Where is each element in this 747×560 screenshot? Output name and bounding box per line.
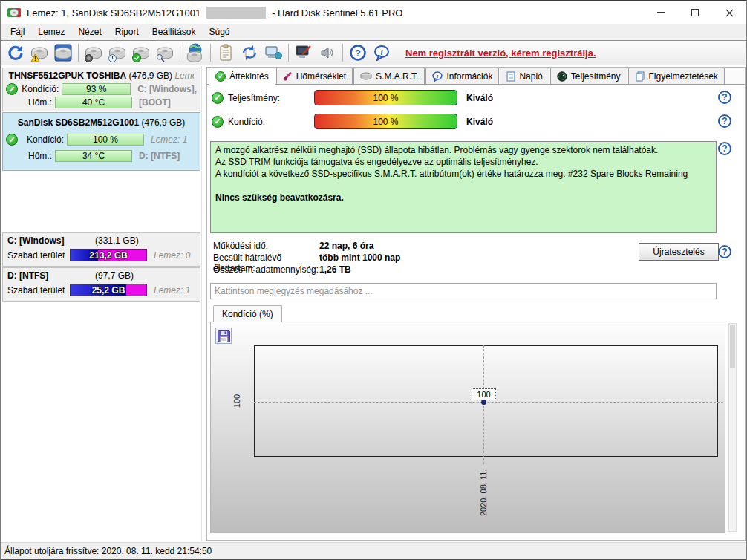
chart-scrollbar[interactable] [728,323,737,532]
desktop-display-button[interactable] [293,42,315,63]
tab-log[interactable]: Napló [500,68,549,84]
tab-label: Napló [519,71,542,82]
gauge-icon [557,71,567,82]
tab-alerts[interactable]: Figyelmeztetések [628,68,725,84]
menu-bar: Fájl Lemez Nézet Riport Beállítások Súgó [1,24,746,40]
status-line: Az SSD TRIM funkciója támogatva és enged… [215,156,711,168]
network-disk-button[interactable] [184,42,206,63]
disk-card-toshiba[interactable]: THNSF5512GPUK TOSHIBA (476,9 GB) Lemez: … [2,68,200,111]
disk-name: THNSF5512GPUK TOSHIBA [9,71,126,81]
disk-size: (476,9 GB) [128,71,172,81]
comment-input[interactable] [210,283,717,299]
performance-help-icon[interactable]: ? [718,91,731,104]
disk-gauge-button[interactable] [82,42,105,63]
tab-label: Áttekintés [229,71,269,82]
partition-header: D: [NTFS] (97,7 GB) [3,268,200,282]
scrollbar-thumb[interactable] [730,325,735,368]
partition-ref: C: [Windows], [137,84,197,94]
disk-number-ref: Lemez: 1 [154,285,197,296]
tab-label: Teljesítmény [571,71,621,82]
status-line: A kondíciót a következő SSD-specifikus S… [215,168,711,180]
disk-search-button[interactable] [154,42,176,63]
status-ok-icon: ✓ [212,116,224,128]
info-button[interactable]: i [371,42,393,63]
window-title-app: - Hard Disk Sentinel 5.61 PRO [272,7,402,19]
report-icon [218,44,234,62]
register-notice-link[interactable]: Nem regisztrált verzió, kérem regisztrál… [405,48,596,59]
condition-label: Kondíció: [228,117,314,127]
thermometer-icon [283,71,293,81]
temperature-bar: 40 °C [55,97,132,108]
disk-card-sandisk-selected[interactable]: SanDisk SD6SB2M512G1001 (476,9 GB) ✓ Kon… [2,112,200,171]
disk-header: SanDisk SD6SB2M512G1001 (476,9 GB) [3,113,200,131]
menu-settings[interactable]: Beállítások [146,25,203,39]
disk-surface-button[interactable] [52,42,74,63]
tab-performance[interactable]: Teljesítmény [550,68,627,84]
condition-row: ✓ Kondíció: 100 % Kiváló [212,114,493,129]
health-status-textbox: A mozgó alkatrész nélküli meghajtó (SSD)… [210,141,717,233]
stat-label: Működési idő: [213,241,319,251]
magnifier-badge-icon [156,53,165,62]
retest-button[interactable]: Újratesztelés [639,243,719,261]
email-report-button[interactable] [238,42,261,63]
disk-check-button[interactable] [130,42,152,63]
refresh-button[interactable] [4,42,27,63]
sound-button[interactable] [316,42,339,63]
temperature-label: Hőm.: [19,151,52,161]
monitor-pen-icon [295,45,313,61]
toolbar-separator [78,44,79,62]
condition-label: Kondíció: [18,84,59,94]
condition-bar: 93 % [62,83,131,95]
pages-icon [635,71,645,82]
tab-label: Hőmérséklet [296,71,346,82]
help-button[interactable]: ? [347,42,369,63]
partition-card-d[interactable]: D: [NTFS] (97,7 GB) Szabad terület 25,2 … [2,267,200,302]
temperature-row: Hőm.: 34 °C D: [NTFS] [3,148,200,164]
menu-help[interactable]: Súgó [202,25,236,39]
chart-save-button[interactable] [215,328,232,344]
condition-help-icon[interactable]: ? [718,114,731,128]
tab-information[interactable]: i Információk [425,68,499,84]
close-button[interactable] [712,1,746,24]
total-written-row: Összes írt adatmennyiség: 1,26 TB [213,264,351,275]
toolbar-separator [342,44,343,62]
power-on-time-row: Működési idő: 22 nap, 6 óra [213,241,374,251]
network-status-button[interactable] [262,42,284,63]
chart-tab-condition[interactable]: Kondíció (%) [213,305,282,322]
status-help-icon[interactable]: ? [718,142,731,155]
tab-overview[interactable]: ✓ Áttekintés [209,68,275,85]
info-bubble-icon: i [374,45,390,61]
status-ok-icon: ✓ [6,134,18,146]
toolbar-separator [288,44,289,62]
boot-ref: [BOOT] [139,97,197,108]
hard-disk-sentinel-window: Lemez: 1, SanDisk SD6SB2M512G1001 - Hard… [0,0,747,560]
maximize-button[interactable] [678,1,712,24]
minimize-button[interactable] [644,1,678,24]
stat-value: 1,26 TB [319,264,351,275]
partition-ref: D: [NTFS] [139,151,197,161]
temperature-row: Hőm.: 40 °C [BOOT] [3,96,200,109]
disk-header: THNSF5512GPUK TOSHIBA (476,9 GB) Lemez: … [3,68,200,82]
clock-badge-icon [108,54,117,62]
title-bar: Lemez: 1, SanDisk SD6SB2M512G1001 - Hard… [1,1,746,24]
tab-temperature[interactable]: Hőmérséklet [276,68,353,84]
temperature-bar: 34 °C [55,150,132,162]
floppy-save-icon [218,330,230,342]
refresh-icon [7,44,25,62]
retest-help-icon[interactable]: ? [718,245,731,258]
info-bubble-icon: i [432,71,443,82]
menu-report[interactable]: Riport [108,25,146,39]
help-icon: ? [350,45,366,61]
disk-clock-button[interactable] [106,42,128,63]
chart-y-tick-label: 100 [232,391,241,411]
check-badge-icon [132,53,141,62]
partition-card-c[interactable]: C: [Windows] (331,1 GB) Szabad terület 2… [2,232,200,267]
menu-disk[interactable]: Lemez [31,25,71,39]
free-space-label: Szabad terület [7,250,70,261]
menu-file[interactable]: Fájl [4,25,31,39]
tab-smart[interactable]: S.M.A.R.T. [353,68,425,84]
report-button[interactable] [215,42,237,63]
network-computer-icon [264,45,282,61]
menu-view[interactable]: Nézet [71,25,108,39]
disk-warning-button[interactable] [28,42,50,63]
